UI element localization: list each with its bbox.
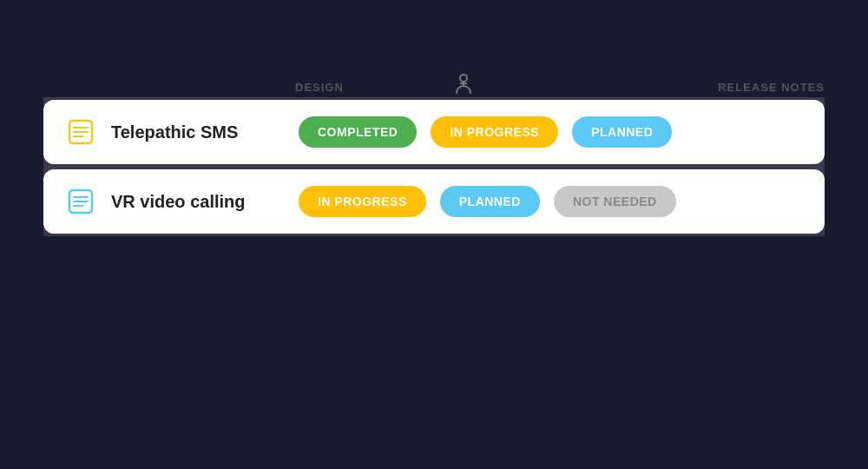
- badge-telepathic-sms-planned[interactable]: PLANNED: [572, 116, 672, 148]
- badges-telepathic-sms: COMPLETEDIN PROGRESSPLANNED: [299, 116, 804, 148]
- card-vr-video-calling: VR video callingIN PROGRESSPLANNEDNOT NE…: [43, 169, 825, 234]
- header-icon: [451, 72, 476, 102]
- badge-vr-video-calling-not-needed[interactable]: NOT NEEDED: [554, 186, 676, 217]
- badge-telepathic-sms-in-progress[interactable]: IN PROGRESS: [431, 116, 558, 148]
- badge-vr-video-calling-planned[interactable]: PLANNED: [440, 186, 540, 217]
- card-icon-telepathic-sms: [64, 116, 97, 149]
- header-release-notes-label: RELEASE NOTES: [718, 81, 825, 94]
- card-telepathic-sms: Telepathic SMSCOMPLETEDIN PROGRESSPLANNE…: [43, 100, 825, 164]
- badges-vr-video-calling: IN PROGRESSPLANNEDNOT NEEDED: [299, 186, 804, 217]
- card-icon-vr-video-calling: [64, 185, 97, 218]
- card-wrapper-vr-video-calling: VR video callingIN PROGRESSPLANNEDNOT NE…: [43, 167, 825, 236]
- badge-vr-video-calling-in-progress[interactable]: IN PROGRESS: [299, 186, 426, 217]
- svg-point-0: [460, 75, 467, 82]
- card-title-telepathic-sms: Telepathic SMS: [111, 122, 267, 142]
- card-wrapper-telepathic-sms: Telepathic SMSCOMPLETEDIN PROGRESSPLANNE…: [43, 97, 825, 167]
- header-design-label: DESIGN: [295, 81, 344, 94]
- card-title-vr-video-calling: VR video calling: [111, 192, 267, 212]
- cards-container: Telepathic SMSCOMPLETEDIN PROGRESSPLANNE…: [43, 97, 825, 236]
- badge-telepathic-sms-completed[interactable]: COMPLETED: [299, 116, 417, 148]
